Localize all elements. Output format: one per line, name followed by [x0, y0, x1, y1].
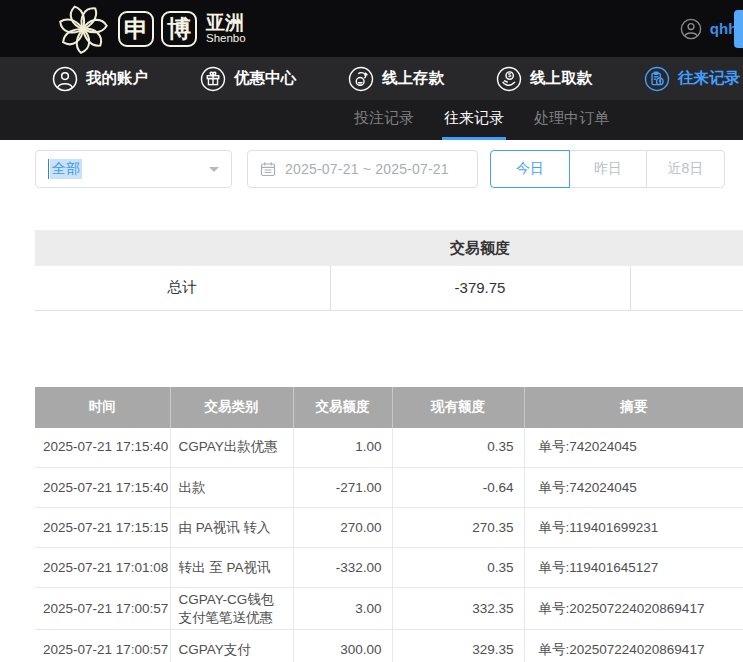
summary-total-value: -379.75: [330, 266, 630, 310]
user-circle-icon: [680, 18, 702, 40]
col-header-balance: 现有额度: [392, 387, 524, 428]
nav-label: 优惠中心: [234, 68, 296, 89]
col-header-amount: 交易额度: [293, 387, 392, 428]
query-button-clipped[interactable]: [734, 10, 743, 48]
cell-balance: -0.64: [392, 468, 524, 508]
summary-header-row: 交易额度: [35, 230, 743, 266]
text-cursor: [48, 159, 49, 179]
last8days-button[interactable]: 近8日: [646, 150, 725, 188]
cell-time: 2025-07-21 17:15:40: [35, 468, 170, 508]
logo-char-bo: 博: [161, 11, 197, 47]
cell-balance: 0.35: [392, 428, 524, 468]
tab-pending-orders[interactable]: 处理中订单: [532, 100, 611, 140]
transactions-section: 时间 交易类别 交易额度 现有额度 摘要 2025-07-21 17:15:40…: [35, 387, 743, 662]
cell-time: 2025-07-21 17:15:40: [35, 428, 170, 468]
nav-label: 线上存款: [382, 68, 444, 89]
yesterday-button[interactable]: 昨日: [569, 150, 647, 188]
cell-balance: 0.35: [392, 548, 524, 588]
summary-section: 交易额度 总计 -379.75: [35, 230, 743, 311]
cell-type: 由 PA视讯 转入: [170, 508, 293, 548]
cell-balance: 332.35: [392, 588, 524, 630]
cell-amount: -332.00: [293, 548, 392, 588]
date-range-value: 2025-07-21 ~ 2025-07-21: [285, 161, 449, 177]
logo-region-text: 亚洲: [206, 13, 246, 33]
cell-summary: 单号:119401645127: [524, 548, 743, 588]
tab-betting-records[interactable]: 投注记录: [352, 100, 416, 140]
brand-logo[interactable]: 申 博 亚洲 Shenbo: [52, 1, 246, 57]
summary-empty-cell: [630, 266, 743, 310]
records-sub-navigation: 投注记录 往来记录 处理中订单: [0, 100, 743, 140]
summary-header-empty: [630, 230, 743, 266]
cell-type: 出款: [170, 468, 293, 508]
nav-item-transaction-records[interactable]: 往来记录: [644, 66, 740, 92]
nav-item-withdraw[interactable]: $ 线上取款: [496, 66, 592, 92]
nav-label: 我的账户: [86, 68, 148, 89]
cell-balance: 270.35: [392, 508, 524, 548]
tab-transaction-records[interactable]: 往来记录: [442, 100, 506, 140]
cell-summary: 单号:742024045: [524, 428, 743, 468]
chevron-down-icon: [209, 167, 219, 177]
transactions-body: 2025-07-21 17:15:40CGPAY出款优惠1.000.35单号:7…: [35, 428, 743, 662]
summary-total-row: 总计 -379.75: [35, 266, 743, 310]
selected-type-value: 全部: [50, 159, 82, 179]
col-header-summary: 摘要: [524, 387, 743, 428]
records-clipboard-icon: [644, 66, 670, 92]
cell-time: 2025-07-21 17:01:08: [35, 548, 170, 588]
flower-logo-icon: [52, 1, 114, 57]
nav-label: 线上取款: [530, 68, 592, 89]
transaction-type-select[interactable]: 全部: [35, 150, 232, 188]
cell-amount: -271.00: [293, 468, 392, 508]
filter-toolbar: 全部 2025-07-21 ~ 2025-07-21 今日 昨日 近8日: [35, 150, 743, 188]
cell-summary: 单号:202507224020869417: [524, 588, 743, 630]
col-header-type: 交易类别: [170, 387, 293, 428]
withdraw-coin-icon: $: [496, 66, 522, 92]
svg-text:$: $: [508, 72, 512, 78]
date-range-input[interactable]: 2025-07-21 ~ 2025-07-21: [247, 150, 478, 188]
table-row: 2025-07-21 17:15:40出款-271.00-0.64单号:7420…: [35, 468, 743, 508]
table-row: 2025-07-21 17:00:57CGPAY支付300.00329.35单号…: [35, 630, 743, 662]
cell-amount: 300.00: [293, 630, 392, 662]
cell-type: CGPAY-CG钱包支付笔笔送优惠: [170, 588, 293, 630]
deposit-coin-icon: [348, 66, 374, 92]
summary-header-empty: [35, 230, 330, 266]
cell-time: 2025-07-21 17:15:15: [35, 508, 170, 548]
cell-amount: 1.00: [293, 428, 392, 468]
cell-amount: 3.00: [293, 588, 392, 630]
cell-time: 2025-07-21 17:00:57: [35, 630, 170, 662]
calendar-icon: [260, 161, 276, 177]
transactions-header-row: 时间 交易类别 交易额度 现有额度 摘要: [35, 387, 743, 428]
cell-type: CGPAY出款优惠: [170, 428, 293, 468]
logo-char-shen: 申: [118, 11, 154, 47]
gift-icon: [200, 66, 226, 92]
nav-item-deposit[interactable]: 线上存款: [348, 66, 444, 92]
cell-summary: 单号:742024045: [524, 468, 743, 508]
table-row: 2025-07-21 17:15:40CGPAY出款优惠1.000.35单号:7…: [35, 428, 743, 468]
nav-item-my-account[interactable]: 我的账户: [52, 66, 148, 92]
col-header-time: 时间: [35, 387, 170, 428]
cell-type: 转出 至 PA视讯: [170, 548, 293, 588]
cell-type: CGPAY支付: [170, 630, 293, 662]
cell-amount: 270.00: [293, 508, 392, 548]
cell-balance: 329.35: [392, 630, 524, 662]
nav-label: 往来记录: [678, 68, 740, 89]
top-header-bar: 申 博 亚洲 Shenbo qhhw: [0, 0, 743, 57]
summary-header-amount: 交易额度: [330, 230, 630, 266]
nav-item-promotions[interactable]: 优惠中心: [200, 66, 296, 92]
table-row: 2025-07-21 17:15:15由 PA视讯 转入270.00270.35…: [35, 508, 743, 548]
table-row: 2025-07-21 17:00:57CGPAY-CG钱包支付笔笔送优惠3.00…: [35, 588, 743, 630]
summary-total-label: 总计: [35, 266, 330, 310]
today-button[interactable]: 今日: [490, 150, 570, 188]
table-row: 2025-07-21 17:01:08转出 至 PA视讯-332.000.35单…: [35, 548, 743, 588]
main-navigation: 我的账户 优惠中心 线上存款 $ 线上取款: [0, 57, 743, 100]
quick-date-button-group: 今日 昨日 近8日: [490, 150, 725, 188]
logo-brand-text: Shenbo: [206, 32, 246, 44]
cell-summary: 单号:119401699231: [524, 508, 743, 548]
cell-summary: 单号:202507224020869417: [524, 630, 743, 662]
user-icon: [52, 66, 78, 92]
cell-time: 2025-07-21 17:00:57: [35, 588, 170, 630]
